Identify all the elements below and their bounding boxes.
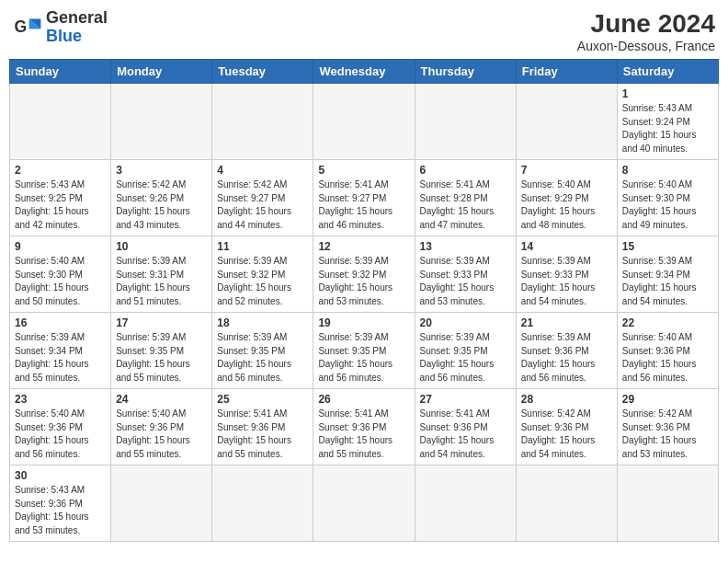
- calendar-day-cell: [212, 84, 313, 160]
- day-info: Sunrise: 5:39 AMSunset: 9:32 PMDaylight:…: [217, 255, 308, 308]
- day-number: 15: [622, 240, 713, 253]
- day-number: 1: [622, 87, 713, 100]
- day-number: 2: [15, 164, 106, 177]
- weekday-header-monday: Monday: [111, 60, 212, 84]
- calendar-day-cell: 29Sunrise: 5:42 AMSunset: 9:36 PMDayligh…: [617, 389, 718, 465]
- calendar-day-cell: 19Sunrise: 5:39 AMSunset: 9:35 PMDayligh…: [313, 313, 415, 389]
- day-info: Sunrise: 5:41 AMSunset: 9:28 PMDaylight:…: [420, 178, 511, 232]
- calendar-day-cell: 15Sunrise: 5:39 AMSunset: 9:34 PMDayligh…: [617, 236, 718, 313]
- day-number: 16: [15, 316, 106, 329]
- calendar-day-cell: 13Sunrise: 5:39 AMSunset: 9:33 PMDayligh…: [415, 236, 516, 313]
- day-number: 20: [420, 316, 511, 329]
- calendar-day-cell: 11Sunrise: 5:39 AMSunset: 9:32 PMDayligh…: [212, 236, 313, 313]
- calendar-day-cell: 27Sunrise: 5:41 AMSunset: 9:36 PMDayligh…: [415, 389, 516, 465]
- day-info: Sunrise: 5:41 AMSunset: 9:36 PMDaylight:…: [217, 408, 308, 461]
- calendar-day-cell: 30Sunrise: 5:43 AMSunset: 9:36 PMDayligh…: [10, 465, 111, 542]
- day-info: Sunrise: 5:42 AMSunset: 9:36 PMDaylight:…: [521, 408, 612, 461]
- calendar-day-cell: [111, 84, 212, 160]
- title-block: June 2024 Auxon-Dessous, France: [577, 9, 715, 53]
- calendar-day-cell: 18Sunrise: 5:39 AMSunset: 9:35 PMDayligh…: [212, 313, 313, 389]
- day-number: 12: [318, 240, 409, 253]
- day-info: Sunrise: 5:40 AMSunset: 9:29 PMDaylight:…: [521, 178, 612, 232]
- weekday-header-thursday: Thursday: [415, 60, 516, 84]
- day-number: 7: [521, 164, 612, 177]
- calendar-day-cell: 28Sunrise: 5:42 AMSunset: 9:36 PMDayligh…: [516, 389, 617, 465]
- calendar-day-cell: 3Sunrise: 5:42 AMSunset: 9:26 PMDaylight…: [111, 160, 212, 236]
- day-number: 30: [15, 469, 106, 482]
- day-number: 6: [420, 164, 511, 177]
- calendar-day-cell: 1Sunrise: 5:43 AMSunset: 9:24 PMDaylight…: [617, 84, 718, 160]
- day-info: Sunrise: 5:41 AMSunset: 9:27 PMDaylight:…: [318, 178, 409, 232]
- day-info: Sunrise: 5:39 AMSunset: 9:35 PMDaylight:…: [318, 331, 409, 385]
- day-info: Sunrise: 5:40 AMSunset: 9:36 PMDaylight:…: [116, 408, 207, 461]
- day-number: 4: [217, 164, 308, 177]
- calendar-day-cell: [415, 465, 516, 542]
- calendar-day-cell: [516, 84, 617, 160]
- day-number: 22: [622, 316, 713, 329]
- calendar-day-cell: 25Sunrise: 5:41 AMSunset: 9:36 PMDayligh…: [212, 389, 313, 465]
- calendar-day-cell: 5Sunrise: 5:41 AMSunset: 9:27 PMDaylight…: [313, 160, 415, 236]
- logo-icon: G: [13, 13, 42, 42]
- calendar-day-cell: 24Sunrise: 5:40 AMSunset: 9:36 PMDayligh…: [111, 389, 212, 465]
- month-title: June 2024: [577, 9, 715, 39]
- day-info: Sunrise: 5:41 AMSunset: 9:36 PMDaylight:…: [318, 408, 409, 461]
- weekday-header-tuesday: Tuesday: [212, 60, 313, 84]
- calendar-day-cell: [415, 84, 516, 160]
- day-info: Sunrise: 5:39 AMSunset: 9:34 PMDaylight:…: [622, 255, 713, 308]
- day-info: Sunrise: 5:42 AMSunset: 9:36 PMDaylight:…: [622, 408, 713, 461]
- day-number: 25: [217, 393, 308, 406]
- day-info: Sunrise: 5:39 AMSunset: 9:36 PMDaylight:…: [521, 331, 612, 385]
- day-number: 21: [521, 316, 612, 329]
- calendar-day-cell: [313, 84, 415, 160]
- day-number: 23: [15, 393, 106, 406]
- page-header: G GeneralBlue June 2024 Auxon-Dessous, F…: [9, 9, 719, 53]
- calendar-day-cell: 26Sunrise: 5:41 AMSunset: 9:36 PMDayligh…: [313, 389, 415, 465]
- day-number: 29: [622, 393, 713, 406]
- day-number: 8: [622, 164, 713, 177]
- calendar-day-cell: 7Sunrise: 5:40 AMSunset: 9:29 PMDaylight…: [516, 160, 617, 236]
- calendar-day-cell: [313, 465, 415, 542]
- calendar-day-cell: 23Sunrise: 5:40 AMSunset: 9:36 PMDayligh…: [10, 389, 111, 465]
- day-info: Sunrise: 5:43 AMSunset: 9:25 PMDaylight:…: [15, 178, 106, 232]
- calendar-day-cell: 20Sunrise: 5:39 AMSunset: 9:35 PMDayligh…: [415, 313, 516, 389]
- weekday-header-wednesday: Wednesday: [313, 60, 415, 84]
- day-info: Sunrise: 5:39 AMSunset: 9:33 PMDaylight:…: [420, 255, 511, 308]
- day-info: Sunrise: 5:43 AMSunset: 9:24 PMDaylight:…: [622, 102, 713, 155]
- day-number: 14: [521, 240, 612, 253]
- location-subtitle: Auxon-Dessous, France: [577, 39, 715, 53]
- day-number: 26: [318, 393, 409, 406]
- logo-text: GeneralBlue: [46, 9, 108, 46]
- calendar-day-cell: [212, 465, 313, 542]
- day-number: 19: [318, 316, 409, 329]
- calendar-week-row: 16Sunrise: 5:39 AMSunset: 9:34 PMDayligh…: [10, 313, 719, 389]
- day-number: 28: [521, 393, 612, 406]
- calendar-day-cell: [617, 465, 718, 542]
- calendar-week-row: 9Sunrise: 5:40 AMSunset: 9:30 PMDaylight…: [10, 236, 719, 313]
- day-info: Sunrise: 5:39 AMSunset: 9:33 PMDaylight:…: [521, 255, 612, 308]
- calendar-day-cell: 8Sunrise: 5:40 AMSunset: 9:30 PMDaylight…: [617, 160, 718, 236]
- weekday-header-friday: Friday: [516, 60, 617, 84]
- calendar-day-cell: 21Sunrise: 5:39 AMSunset: 9:36 PMDayligh…: [516, 313, 617, 389]
- calendar-day-cell: 14Sunrise: 5:39 AMSunset: 9:33 PMDayligh…: [516, 236, 617, 313]
- calendar-day-cell: 12Sunrise: 5:39 AMSunset: 9:32 PMDayligh…: [313, 236, 415, 313]
- day-info: Sunrise: 5:39 AMSunset: 9:34 PMDaylight:…: [15, 331, 106, 385]
- day-info: Sunrise: 5:42 AMSunset: 9:27 PMDaylight:…: [217, 178, 308, 232]
- day-number: 18: [217, 316, 308, 329]
- day-number: 5: [318, 164, 409, 177]
- calendar-day-cell: 6Sunrise: 5:41 AMSunset: 9:28 PMDaylight…: [415, 160, 516, 236]
- day-info: Sunrise: 5:39 AMSunset: 9:32 PMDaylight:…: [318, 255, 409, 308]
- day-number: 24: [116, 393, 207, 406]
- day-number: 17: [116, 316, 207, 329]
- calendar-day-cell: 17Sunrise: 5:39 AMSunset: 9:35 PMDayligh…: [111, 313, 212, 389]
- calendar-day-cell: 2Sunrise: 5:43 AMSunset: 9:25 PMDaylight…: [10, 160, 111, 236]
- calendar-week-row: 1Sunrise: 5:43 AMSunset: 9:24 PMDaylight…: [10, 84, 719, 160]
- day-info: Sunrise: 5:39 AMSunset: 9:35 PMDaylight:…: [217, 331, 308, 385]
- day-info: Sunrise: 5:40 AMSunset: 9:36 PMDaylight:…: [622, 331, 713, 385]
- day-info: Sunrise: 5:39 AMSunset: 9:31 PMDaylight:…: [116, 255, 207, 308]
- day-info: Sunrise: 5:42 AMSunset: 9:26 PMDaylight:…: [116, 178, 207, 232]
- svg-text:G: G: [15, 17, 28, 36]
- day-number: 9: [15, 240, 106, 253]
- day-number: 10: [116, 240, 207, 253]
- weekday-header-sunday: Sunday: [10, 60, 111, 84]
- day-info: Sunrise: 5:39 AMSunset: 9:35 PMDaylight:…: [420, 331, 511, 385]
